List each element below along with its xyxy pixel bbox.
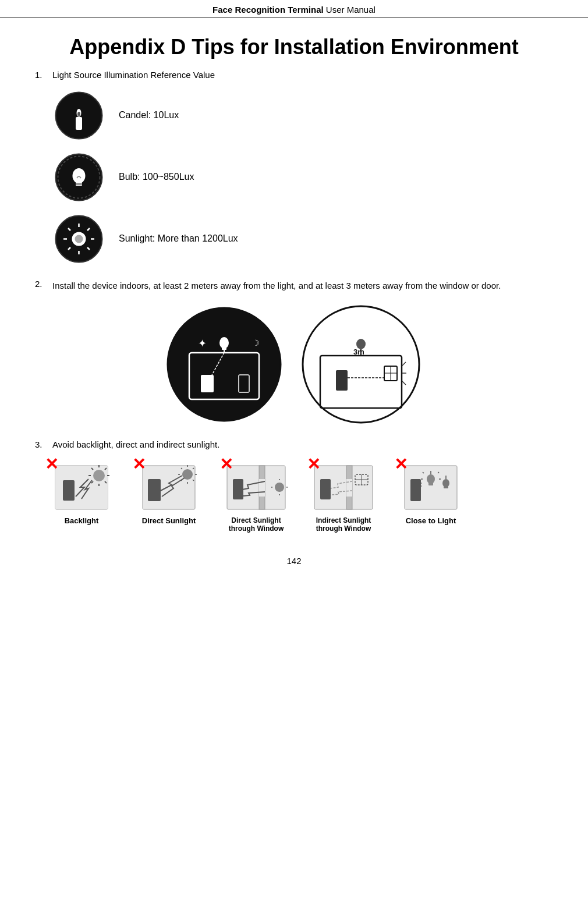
light-row-bulb: Bulb: 100~850Lux: [52, 151, 553, 203]
section-1-number: 1.: [35, 70, 48, 86]
page-number: 142: [35, 556, 553, 577]
direct-sunlight-icon-wrap: ✕: [137, 461, 201, 513]
indoor-3m-image: 3m: [300, 303, 422, 426]
avoid-items-row: ✕: [41, 461, 553, 533]
svg-rect-26: [222, 348, 226, 350]
indoor-2m-image: ✦ ☽ 2m: [166, 306, 282, 423]
header-title-regular: User Manual: [324, 5, 376, 15]
svg-rect-44: [336, 370, 348, 391]
section-3-label: Avoid backlight, direct and indirect sun…: [52, 439, 219, 449]
svg-point-22: [168, 308, 281, 421]
light-sources-list: Candel: 10Lux: [52, 89, 553, 265]
section-2: 2. Install the device indoors, at least …: [35, 279, 553, 426]
svg-rect-86: [410, 479, 421, 501]
close-light-label: Close to Light: [406, 516, 456, 525]
direct-window-label: Direct Sunlight through Window: [229, 516, 284, 533]
svg-point-21: [75, 235, 83, 243]
backlight-icon-wrap: ✕: [49, 461, 114, 513]
section-3: 3. Avoid backlight, direct and indirect …: [35, 439, 553, 533]
svg-point-25: [219, 337, 229, 349]
candle-text: Candel: 10Lux: [119, 110, 179, 120]
avoid-indirect-window: ✕: [303, 461, 384, 533]
avoid-direct-window: ✕: [215, 461, 297, 533]
sunlight-text: Sunlight: More than 1200Lux: [119, 233, 238, 244]
red-x-direct: ✕: [132, 456, 146, 473]
section-3-number: 3.: [35, 439, 48, 455]
red-x-close: ✕: [394, 456, 408, 473]
close-light-icon-wrap: ✕: [399, 461, 463, 513]
red-x-indirect: ✕: [307, 456, 320, 473]
direct-window-icon-wrap: ✕: [224, 461, 288, 513]
svg-rect-1: [76, 117, 82, 130]
red-x-backlight: ✕: [45, 456, 58, 473]
bulb-icon: [52, 151, 105, 203]
section-2-number: 2.: [35, 279, 48, 297]
avoid-close-light: ✕: [390, 461, 472, 525]
svg-text:✦: ✦: [198, 338, 207, 349]
svg-point-94: [442, 479, 449, 487]
svg-rect-88: [428, 483, 433, 485]
section-1: 1. Light Source Illumination Reference V…: [35, 70, 553, 265]
svg-point-7: [72, 168, 85, 183]
light-row-candle: Candel: 10Lux: [52, 89, 553, 141]
indoor-images: ✦ ☽ 2m: [35, 303, 553, 426]
svg-rect-68: [148, 479, 161, 501]
avoid-direct-sunlight: ✕: [128, 461, 210, 525]
svg-point-48: [93, 470, 105, 481]
indirect-window-icon-wrap: ✕: [311, 461, 376, 513]
page-header: Face Recognition Terminal User Manual: [0, 0, 588, 17]
direct-sunlight-label: Direct Sunlight: [142, 516, 196, 525]
light-row-sunlight: Sunlight: More than 1200Lux: [52, 212, 553, 265]
section-2-label: Install the device indoors, at least 2 m…: [52, 279, 501, 293]
svg-text:3m: 3m: [353, 348, 364, 356]
bulb-text: Bulb: 100~850Lux: [119, 172, 194, 182]
svg-point-87: [427, 474, 435, 484]
page-title: Appendix D Tips for Installation Environ…: [35, 35, 553, 59]
header-title-bold: Face Recognition Terminal: [212, 5, 324, 15]
candle-icon: [52, 89, 105, 141]
svg-rect-8: [76, 182, 82, 186]
svg-rect-95: [444, 486, 448, 488]
backlight-label: Backlight: [65, 516, 99, 525]
svg-point-72: [275, 483, 284, 492]
svg-rect-77: [233, 479, 243, 499]
svg-text:☽: ☽: [252, 338, 260, 348]
indirect-window-label: Indirect Sunlight through Window: [316, 516, 371, 533]
sunlight-icon: [52, 212, 105, 265]
red-x-direct-window: ✕: [219, 456, 233, 473]
svg-rect-31: [201, 375, 214, 392]
svg-rect-84: [320, 479, 331, 499]
svg-rect-57: [63, 480, 75, 501]
section-1-label: Light Source Illumination Reference Valu…: [52, 70, 215, 80]
avoid-backlight: ✕: [41, 461, 122, 525]
